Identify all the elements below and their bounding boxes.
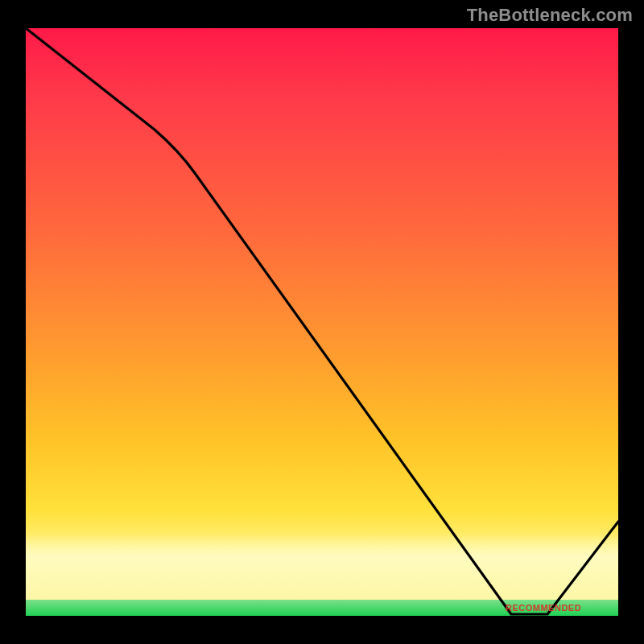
- watermark-text: TheBottleneck.com: [467, 5, 633, 26]
- chart-stage: TheBottleneck.com RECOMMENDED: [0, 0, 644, 644]
- plot-area: RECOMMENDED: [26, 28, 618, 616]
- bottleneck-curve: [26, 28, 618, 616]
- recommended-label: RECOMMENDED: [506, 603, 581, 613]
